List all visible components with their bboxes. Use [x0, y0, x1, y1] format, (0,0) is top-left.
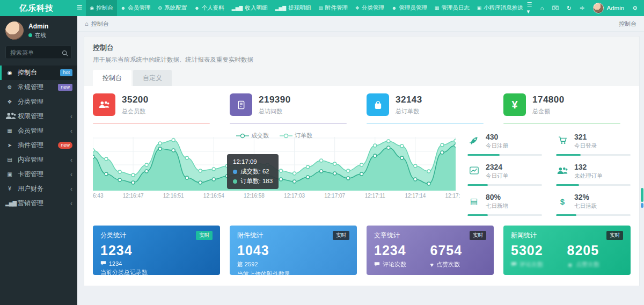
nav-item-小程序消息推送[interactable]: ▣小程序消息推送 — [473, 0, 527, 16]
trash-icon[interactable]: ⌧ — [552, 5, 559, 12]
sidebar-item-内容管理[interactable]: ▤内容管理‹ — [0, 152, 77, 167]
list-caret-icon[interactable]: ☰ ▾ — [527, 1, 532, 15]
sidebar-item-营销管理[interactable]: ▂▅▇营销管理‹ — [0, 196, 77, 210]
sidebar-item-控制台[interactable]: ◉控制台hot — [0, 66, 77, 80]
stat-underline — [230, 123, 347, 124]
nav-item-管理员日志[interactable]: ▦管理员日志 — [431, 0, 473, 16]
sidebar-badge: hot — [60, 69, 72, 77]
stat-label: 总金额 — [532, 107, 565, 115]
refresh-icon[interactable]: ↻ — [567, 5, 572, 12]
nav-item-控制台[interactable]: ◉控制台 — [86, 0, 116, 16]
sidebar-item-label: 分类管理 — [18, 97, 43, 106]
card-metric-label: ☻点赞次数 — [567, 260, 624, 268]
nav-item-个人资料[interactable]: ☻个人资料 — [191, 0, 228, 16]
sidebar-item-用户财务[interactable]: ¥用户财务‹ — [0, 181, 77, 196]
nav-item-附件管理[interactable]: ▤附件管理 — [314, 0, 352, 16]
sidebar-item-权限管理[interactable]: 权限管理‹ — [0, 109, 77, 124]
dashboard-icon: ◉ — [90, 5, 94, 11]
chart-tooltip: 12:17:09成交数: 62订单数: 183 — [227, 154, 279, 189]
mini-stat-label: 七日活跃 — [574, 202, 597, 210]
chevron-left-icon: ‹ — [70, 127, 72, 135]
mini-stat-value: 132 — [574, 163, 603, 171]
mini-progress-track — [467, 184, 542, 186]
summary-card-附件统计: 附件统计实时1043篇 2592当前上传的附件数量 — [230, 226, 357, 275]
x-axis-label: 12:17:03 — [284, 193, 305, 199]
legend-item-订单数[interactable]: 订单数 — [280, 132, 312, 140]
sidebar-item-label: 权限管理 — [18, 112, 43, 121]
main-content: ⌂ 控制台 控制台 控制台 用于展示当前系统中的统计数据、统计报表及重要实时数据… — [77, 16, 644, 305]
mini-stat-七日活跃: $32%七日活跃 — [556, 193, 631, 216]
heart-icon: ♥ — [430, 262, 434, 268]
card-value: 5302 — [511, 243, 567, 258]
metric-label-text: 点赞次数 — [436, 260, 460, 268]
chevron-left-icon: ‹ — [70, 185, 72, 193]
cart-icon — [556, 136, 569, 146]
brand-logo[interactable]: 亿乐科技 — [0, 3, 73, 13]
bag-icon — [367, 93, 389, 116]
mini-progress-fill — [467, 154, 500, 156]
mini-stat-value: 321 — [574, 133, 597, 141]
fullscreen-icon[interactable]: ✛ — [580, 5, 584, 12]
nav-item-label: 管理员管理 — [399, 4, 427, 12]
hamburger-icon[interactable]: ☰ — [73, 4, 86, 12]
home-icon[interactable]: ⌂ — [540, 5, 544, 11]
sidebar-item-常规管理[interactable]: ⚙常规管理new — [0, 80, 77, 95]
cogs-icon[interactable]: ⚙ — [632, 5, 638, 12]
sidebar-user-status: 在线 — [28, 32, 48, 39]
avatar[interactable] — [5, 21, 24, 40]
card-sub-text: 1234 — [109, 260, 122, 267]
x-axis-label: 12:17: — [445, 193, 460, 199]
card-metric-label: ♥点赞次数 — [430, 260, 487, 268]
x-axis-labels: 6:4312:16:4712:16:5112:16:5412:16:5812:1… — [93, 193, 456, 200]
nav-item-label: 系统配置 — [164, 4, 187, 12]
tooltip-title: 12:17:09 — [233, 157, 273, 167]
card-description: 当前上传的附件数量 — [237, 270, 349, 275]
mini-stat-label: 未处理订单 — [574, 172, 603, 180]
mini-progress-track — [467, 154, 542, 156]
nav-item-会员管理[interactable]: ☻会员管理 — [117, 0, 154, 16]
nav-item-提现明细[interactable]: ▂▅▇提现明细 — [271, 0, 314, 16]
sidebar-item-分类管理[interactable]: ❖分类管理 — [0, 95, 77, 109]
legend-item-成交数[interactable]: 成交数 — [236, 132, 269, 140]
x-axis-label: 12:17:14 — [405, 193, 426, 199]
nav-item-系统配置[interactable]: ⚙系统配置 — [154, 0, 191, 16]
mini-progress-track — [467, 214, 542, 216]
breadcrumb[interactable]: ⌂ 控制台 — [85, 20, 109, 28]
nav-item-label: 附件管理 — [325, 4, 348, 12]
sidebar-item-卡密管理[interactable]: ▣卡密管理‹ — [0, 167, 77, 181]
search-icon[interactable] — [62, 49, 68, 59]
mini-progress-fill — [467, 184, 488, 186]
card-value: 1234 — [100, 243, 213, 258]
tooltip-series-dot — [233, 170, 237, 174]
tab-自定义[interactable]: 自定义 — [133, 70, 172, 86]
stat-value: 35200 — [122, 95, 149, 105]
sidebar-item-label: 控制台 — [18, 68, 37, 77]
nav-item-分类管理[interactable]: ❖分类管理 — [352, 0, 388, 16]
dashboard-panel: 控制台 用于展示当前系统中的统计数据、统计报表及重要实时数据 控制台自定义 35… — [84, 36, 640, 286]
legend-label: 订单数 — [295, 132, 312, 140]
rocket-icon — [467, 136, 480, 147]
scrollbar-thumb[interactable] — [641, 188, 643, 202]
stat-label: 总会员数 — [122, 107, 149, 115]
mini-stat-七日新增: ▤80%七日新增 — [467, 193, 542, 216]
navbar-user-name: Admin — [607, 5, 625, 11]
mini-stat-今日登录: 321今日登录 — [556, 133, 631, 156]
navbar-user-menu[interactable]: Admin — [593, 3, 625, 13]
online-status-dot — [28, 33, 32, 37]
card-value: 6754 — [430, 243, 487, 258]
stat-value: 219390 — [259, 95, 291, 105]
gear-icon: ⚙ — [158, 5, 162, 11]
nav-item-管理员管理[interactable]: ☻管理员管理 — [388, 0, 431, 16]
nav-item-收入明细[interactable]: ▂▅▇收入明细 — [228, 0, 272, 16]
sidebar-item-会员管理[interactable]: ▦会员管理‹ — [0, 124, 77, 138]
file-icon: ▤ — [318, 5, 323, 11]
orders-chart[interactable]: 成交数订单数 6:4312:16:4712:16:5112:16:5412:16… — [93, 133, 456, 216]
card-sub-text: 篇 2592 — [237, 260, 258, 268]
sidebar-item-插件管理[interactable]: ➤插件管理new — [0, 138, 77, 152]
tooltip-row: 成交数: 62 — [233, 167, 273, 177]
tab-控制台[interactable]: 控制台 — [93, 70, 131, 86]
sidebar-user-block: Admin 在线 — [0, 16, 77, 43]
user-icon: ☻ — [194, 5, 199, 11]
mini-progress-fill — [556, 154, 581, 156]
stat-总访问数: 219390总访问数 — [230, 93, 357, 124]
